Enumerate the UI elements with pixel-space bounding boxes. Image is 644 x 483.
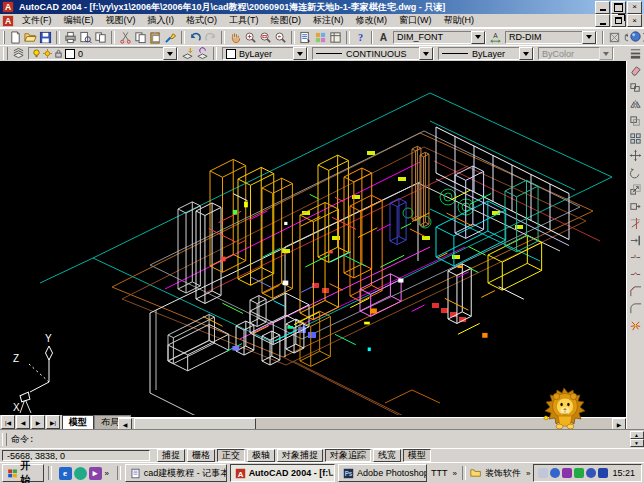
tray-icon-1[interactable] [538,468,548,478]
zoom-previous-button[interactable] [273,30,288,45]
command-line[interactable]: 命令: [9,431,628,447]
layer-previous-button[interactable] [195,46,210,61]
otrack-toggle[interactable]: 对象追踪 [325,449,371,462]
msn-icon[interactable] [74,467,87,480]
lwt-toggle[interactable]: 线宽 [373,449,401,462]
task-acad[interactable]: AutoCAD 2004 - [f:\... [230,464,335,482]
last-tab-button[interactable]: ▶| [46,415,60,429]
minimize-button[interactable] [595,1,610,14]
start-button[interactable]: 开始 [2,464,44,482]
doc-minimize-button[interactable] [595,14,610,27]
command-scroll-up-button[interactable]: ▲ [630,431,644,439]
text-style-button[interactable] [376,30,391,45]
menu-dimension[interactable]: 标注(N) [307,13,350,28]
next-tab-button[interactable]: ▶ [31,415,45,429]
paste-button[interactable] [148,30,163,45]
extend-button[interactable] [628,232,644,249]
command-scrollbar[interactable]: ▲ ▼ [630,431,643,447]
layer-freeze-sun-icon[interactable] [43,49,52,58]
shade-sphere-button[interactable] [628,29,643,44]
tray-icon-2[interactable] [550,468,560,478]
match-properties-button[interactable] [163,30,178,45]
model-toggle[interactable]: 模型 [403,449,431,462]
tray-icon-6[interactable] [598,468,608,478]
scale-button[interactable] [628,181,644,198]
tab-model[interactable]: 模型 [62,415,94,429]
rotate-button[interactable] [628,164,644,181]
quick-launch-overflow-chevron[interactable]: » [104,469,110,478]
prev-tab-button[interactable]: ◀ [16,415,30,429]
command-window-grip[interactable] [2,433,7,446]
combo-arrow-icon[interactable] [582,31,596,44]
combo-arrow-icon[interactable] [419,47,433,60]
linetype-combo[interactable]: CONTINUOUS [312,47,434,60]
decor-chevron[interactable]: » [525,469,531,478]
command-window[interactable]: 命令: ▲ ▼ [0,429,644,448]
layer-on-bulb-icon[interactable] [32,49,41,58]
drawing-canvas[interactable]: Y X Z [0,61,626,415]
dim-style-button[interactable] [488,30,503,45]
polar-toggle[interactable]: 极轴 [247,449,275,462]
menu-file[interactable]: 文件(F) [16,13,58,28]
open-button[interactable] [23,30,38,45]
move-button[interactable] [628,147,644,164]
mirror-button[interactable] [628,96,644,113]
menu-view[interactable]: 视图(V) [100,13,142,28]
combo-arrow-icon[interactable] [519,47,533,60]
menu-insert[interactable]: 插入(I) [142,13,181,28]
copy-object-button[interactable] [628,79,644,96]
ortho-toggle[interactable]: 正交 [217,449,245,462]
fillet-button[interactable] [628,300,644,317]
pan-button[interactable] [228,30,243,45]
offset-button[interactable] [628,113,644,130]
menu-edit[interactable]: 编辑(E) [58,13,100,28]
task-photoshop[interactable]: Adobe Photoshop [338,464,427,482]
doc-close-button[interactable]: × [627,14,642,27]
close-button[interactable]: × [627,1,642,14]
copy-button[interactable] [133,30,148,45]
tray-icon-4[interactable] [574,468,584,478]
menu-draw[interactable]: 绘图(D) [265,13,308,28]
taskbar-toolbar-ttt[interactable]: TTT [429,468,450,478]
design-center-button[interactable] [313,30,328,45]
snap-toggle[interactable]: 捕捉 [157,449,185,462]
trim-button[interactable] [628,215,644,232]
lion-mascot[interactable] [538,386,592,430]
2d-wireframe-button[interactable] [607,30,622,45]
zoom-realtime-button[interactable] [243,30,258,45]
array-button[interactable] [628,130,644,147]
chamfer-button[interactable] [628,283,644,300]
combo-arrow-icon[interactable] [471,31,485,44]
task-notepad[interactable]: cad建模教程 - 记事本 [125,464,227,482]
first-tab-button[interactable]: |◀ [1,415,15,429]
redo-button[interactable] [203,30,218,45]
media-player-icon[interactable]: ▸ [89,467,102,480]
break-button[interactable] [628,266,644,283]
toolbar-grip[interactable] [3,47,8,60]
menu-window[interactable]: 窗口(W) [393,13,438,28]
menu-tools[interactable]: 工具(T) [223,13,265,28]
dim-style-combo[interactable]: RD-DIM [505,31,597,44]
layer-combo[interactable]: 0 [28,47,178,60]
zoom-window-button[interactable] [258,30,273,45]
explode-button[interactable] [628,317,644,334]
menu-modify[interactable]: 修改(M) [350,13,394,28]
new-button[interactable] [8,30,23,45]
ie-icon[interactable]: e [59,467,72,480]
layer-lock-icon[interactable] [54,49,63,58]
color-combo[interactable]: ByLayer [222,47,308,60]
text-style-combo[interactable]: DIM_FONT [393,31,486,44]
stretch-button[interactable] [628,198,644,215]
doc-restore-button[interactable] [611,14,626,27]
tray-icon-3[interactable] [562,468,572,478]
lineweight-combo[interactable]: ByLayer [438,47,534,60]
combo-arrow-icon[interactable] [293,47,307,60]
make-object-layer-current-button[interactable] [180,46,195,61]
tray-icon-5[interactable] [586,468,596,478]
undo-button[interactable] [188,30,203,45]
break-at-point-button[interactable] [628,249,644,266]
erase-button[interactable] [628,62,644,79]
menu-format[interactable]: 格式(O) [180,13,223,28]
cut-button[interactable] [118,30,133,45]
ttt-chevron[interactable]: » [452,469,458,478]
